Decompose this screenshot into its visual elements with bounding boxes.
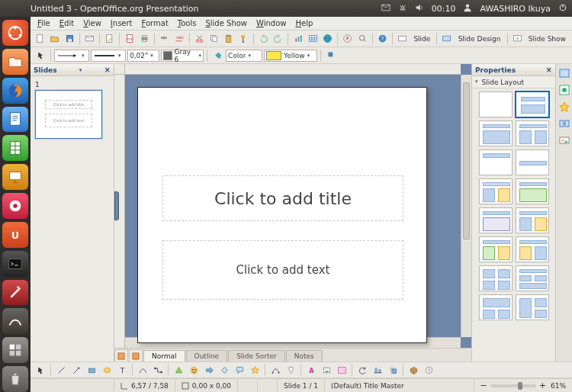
spellcheck-button[interactable]: ✓abc: [158, 32, 171, 46]
tab-nav-prev-icon[interactable]: [129, 349, 143, 361]
print-button[interactable]: [138, 32, 151, 46]
sidebar-transition-icon[interactable]: [558, 117, 570, 130]
glue-tool[interactable]: [284, 363, 297, 377]
layout-chart1[interactable]: [479, 178, 513, 204]
help-button[interactable]: ?: [376, 32, 389, 46]
export-pdf-button[interactable]: PDF: [123, 32, 136, 46]
launcher-settings[interactable]: [2, 280, 28, 306]
open-button[interactable]: [48, 32, 61, 46]
clock[interactable]: 00:10: [432, 4, 456, 14]
arrow-tool[interactable]: [69, 363, 83, 377]
launcher-app1[interactable]: [2, 193, 28, 219]
arrange-tool[interactable]: [386, 363, 400, 377]
launcher-writer[interactable]: [2, 107, 28, 133]
launcher-ubuntu-one[interactable]: U: [2, 222, 28, 248]
menu-tools[interactable]: Tools: [174, 18, 201, 28]
slide-show-button[interactable]: [511, 32, 524, 46]
text-placeholder[interactable]: Click to add text: [162, 240, 403, 300]
layout-4box1[interactable]: [479, 265, 513, 291]
slide-show-label[interactable]: Slide Show: [525, 35, 569, 43]
new-button[interactable]: [34, 32, 47, 46]
title-placeholder[interactable]: Click to add title: [162, 175, 403, 221]
user-name[interactable]: AWASHIRO Ikuya: [480, 4, 551, 14]
redo-button[interactable]: [272, 32, 284, 46]
shadow-button[interactable]: [324, 49, 338, 63]
navigator-button[interactable]: [341, 32, 354, 46]
symbol-shapes-tool[interactable]: [187, 363, 201, 377]
text-tool[interactable]: T: [115, 363, 129, 377]
from-file-tool[interactable]: [320, 363, 333, 377]
curve-tool[interactable]: [136, 363, 149, 377]
zoom-slider[interactable]: [490, 384, 536, 387]
interaction-tool[interactable]: [422, 363, 435, 377]
slide-design-label[interactable]: Slide Design: [455, 35, 504, 43]
fill-bucket-button[interactable]: [210, 49, 224, 63]
connector-tool[interactable]: [151, 363, 165, 377]
menu-insert[interactable]: Insert: [107, 18, 137, 28]
chart-button[interactable]: [291, 32, 304, 46]
paste-button[interactable]: [222, 32, 235, 46]
tab-normal[interactable]: Normal: [143, 350, 185, 361]
arrow-style-select[interactable]: ▾: [54, 50, 89, 62]
save-button[interactable]: [63, 32, 76, 46]
layout-4box2[interactable]: [516, 265, 549, 291]
volume-icon[interactable]: [415, 3, 424, 14]
close-icon[interactable]: ×: [104, 66, 111, 74]
close-icon[interactable]: ×: [546, 66, 552, 74]
launcher-impress[interactable]: [2, 164, 28, 190]
select-tool[interactable]: [34, 363, 47, 377]
rotate-tool[interactable]: [355, 363, 369, 377]
undo-button[interactable]: [257, 32, 270, 46]
menu-edit[interactable]: Edit: [56, 18, 78, 28]
network-icon[interactable]: [398, 3, 407, 14]
tab-nav-first-icon[interactable]: [114, 349, 128, 361]
line-color-select[interactable]: Gray 6▾: [161, 50, 204, 62]
layout-centered[interactable]: [516, 149, 549, 175]
layout-title[interactable]: [516, 92, 549, 117]
launcher-dash[interactable]: [2, 20, 28, 46]
slide-label[interactable]: Slide: [410, 35, 433, 43]
layout-6[interactable]: [516, 294, 549, 320]
arrow-select-button[interactable]: [34, 49, 47, 63]
slide-layout-section-header[interactable]: Slide Layout: [472, 76, 555, 88]
tab-sorter[interactable]: Slide Sorter: [228, 350, 285, 361]
flowchart-tool[interactable]: [217, 363, 231, 377]
stars-tool[interactable]: [248, 363, 262, 377]
vertical-scrollbar[interactable]: [461, 75, 471, 337]
edit-mode-button[interactable]: [103, 32, 116, 46]
slide-button[interactable]: [396, 32, 409, 46]
copy-button[interactable]: [207, 32, 220, 46]
launcher-app2[interactable]: [2, 308, 28, 334]
line-tool[interactable]: [54, 363, 68, 377]
hyperlink-button[interactable]: [321, 32, 334, 46]
slide-canvas[interactable]: Click to add title Click to add text: [137, 87, 427, 343]
callouts-tool[interactable]: [233, 363, 246, 377]
triangle-icon[interactable]: ▾: [79, 67, 82, 73]
fill-color-select[interactable]: Yellow▾: [264, 50, 317, 62]
menu-file[interactable]: File: [34, 18, 54, 28]
gallery-tool[interactable]: [335, 363, 349, 377]
auto-spellcheck-button[interactable]: ABC: [172, 32, 185, 46]
menu-slideshow[interactable]: Slide Show: [201, 18, 251, 28]
rect-tool[interactable]: [85, 363, 98, 377]
power-icon[interactable]: [558, 3, 567, 14]
launcher-workspace[interactable]: [2, 337, 28, 363]
menu-window[interactable]: Window: [252, 18, 290, 28]
sidebar-gallery-icon[interactable]: [558, 134, 570, 146]
layout-two-content[interactable]: [516, 120, 549, 146]
paint-format-button[interactable]: [237, 32, 250, 46]
points-tool[interactable]: [268, 363, 282, 377]
sidebar-master-icon[interactable]: [558, 84, 570, 96]
layout-blank[interactable]: [479, 92, 513, 117]
tab-notes[interactable]: Notes: [286, 350, 323, 361]
user-icon[interactable]: [463, 3, 472, 14]
menu-format[interactable]: Format: [138, 18, 172, 28]
table-button[interactable]: [307, 32, 320, 46]
basic-shapes-tool[interactable]: [172, 363, 185, 377]
layout-5[interactable]: [479, 294, 513, 320]
launcher-calc[interactable]: [2, 135, 28, 161]
launcher-files[interactable]: [2, 49, 28, 75]
ellipse-tool[interactable]: [100, 363, 114, 377]
sidebar-animation-icon[interactable]: [558, 101, 570, 113]
layout-title-content[interactable]: [479, 120, 513, 146]
